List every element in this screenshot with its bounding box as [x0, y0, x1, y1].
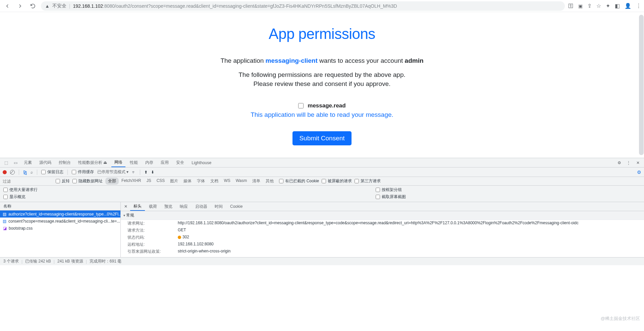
clear-button[interactable]	[10, 170, 15, 175]
pill-wasm[interactable]: Wasm	[233, 178, 250, 185]
detail-tab-payload[interactable]: 载荷	[146, 202, 160, 211]
password-key-icon[interactable]: ⚿	[568, 3, 574, 9]
request-row[interactable]: ◪ bootstrap.css	[0, 225, 120, 232]
filter-input[interactable]	[3, 179, 53, 184]
pill-fetch[interactable]: Fetch/XHR	[119, 178, 144, 185]
blocked-cookies-checkbox[interactable]: 有已拦截的 Cookie	[279, 178, 319, 184]
pill-img[interactable]: 图片	[167, 178, 181, 185]
record-button[interactable]	[3, 170, 7, 174]
inspect-icon[interactable]: ⬚	[2, 160, 10, 165]
detail-tab-response[interactable]: 响应	[176, 202, 191, 211]
tab-performance[interactable]: 性能	[127, 158, 141, 167]
kv-request-method: 请求方法:GET	[121, 227, 644, 234]
show-overview-checkbox[interactable]: 显示概览	[3, 194, 38, 200]
capture-screenshots-checkbox[interactable]: 截取屏幕截图	[376, 194, 406, 200]
group-by-frame-checkbox[interactable]: 按框架分组	[376, 187, 406, 193]
pill-media[interactable]: 媒体	[181, 178, 194, 185]
tab-console[interactable]: 控制台	[56, 158, 74, 167]
pill-other[interactable]: 其他	[263, 178, 276, 185]
status-finish: 完成用时：691 毫	[90, 258, 121, 264]
general-section[interactable]: 常规	[121, 211, 644, 220]
tab-memory[interactable]: 内存	[142, 158, 156, 167]
close-devtools-icon[interactable]: ✕	[634, 160, 642, 165]
tab-application[interactable]: 应用	[158, 158, 172, 167]
submit-consent-button[interactable]: Submit Consent	[292, 131, 351, 145]
status-request-count: 3 个请求	[3, 258, 19, 264]
status-resources: 241 kB 项资源	[57, 258, 83, 264]
status-dot-icon	[178, 236, 181, 239]
request-row[interactable]: ▤ consent?scope=message.read&client_id=m…	[0, 218, 120, 225]
page-title: App permissions	[164, 26, 480, 42]
translate-icon[interactable]: ▣	[578, 3, 583, 9]
consent-description: The following permissions are requested …	[164, 70, 480, 88]
network-settings-icon[interactable]: ⚙	[637, 170, 641, 175]
invert-checkbox[interactable]: 反转	[56, 178, 70, 184]
profile-avatar-icon[interactable]: 👤	[625, 3, 631, 9]
detail-tab-cookies[interactable]: Cookie	[227, 202, 246, 211]
detail-tab-headers[interactable]: 标头	[130, 202, 145, 211]
kv-request-url: 请求网址:http://192.168.1.102:8080/oauth2/au…	[121, 220, 644, 227]
type-filter-pills: 全部 Fetch/XHR JS CSS 图片 媒体 字体 文档 WS Wasm …	[105, 178, 276, 185]
insecure-icon: ▲	[45, 3, 50, 9]
share-icon[interactable]: ⇪	[587, 3, 592, 9]
reload-button[interactable]	[28, 1, 38, 11]
devtools-tabs: ⬚ ▭ 元素 源代码 控制台 性能数据分析 ⏏ 网络 性能 内存 应用 安全 L…	[0, 158, 644, 168]
tab-performance-insights[interactable]: 性能数据分析 ⏏	[75, 158, 110, 167]
detail-tab-initiator[interactable]: 启动器	[192, 202, 211, 211]
security-label: 不安全	[52, 3, 66, 9]
request-row[interactable]: ▤ authorize?client_id=messaging-client&r…	[0, 210, 120, 218]
network-conditions-icon[interactable]: ᯤ	[132, 170, 136, 175]
extensions-icon[interactable]: ✦	[606, 3, 610, 9]
preserve-log-checkbox[interactable]: 保留日志	[41, 169, 63, 175]
third-party-checkbox[interactable]: 第三方请求	[355, 178, 381, 184]
pill-manifest[interactable]: 清单	[250, 178, 263, 185]
detail-tab-timing[interactable]: 时间	[211, 202, 226, 211]
menu-dots-icon[interactable]: ⋮	[636, 3, 641, 9]
scope-description: This application will be able to read yo…	[164, 111, 480, 119]
export-har-icon[interactable]: ⬇	[151, 170, 154, 175]
back-button[interactable]	[3, 1, 12, 11]
kv-remote-address: 远程地址:192.168.1.102:8080	[121, 241, 644, 248]
client-name-link[interactable]: messaging-client	[266, 57, 318, 64]
page-scrollbar[interactable]	[639, 15, 644, 155]
stylesheet-icon: ◪	[3, 226, 7, 230]
kv-referrer-policy: 引荐来源网址政策:strict-origin-when-cross-origin	[121, 248, 644, 255]
throttle-select[interactable]: 已停用节流模式 ▾	[97, 169, 128, 175]
device-toggle-icon[interactable]: ▭	[11, 160, 19, 165]
status-transferred: 已传输 242 kB	[25, 258, 51, 264]
large-rows-checkbox[interactable]: 使用大量请求行	[3, 187, 38, 193]
tab-lighthouse[interactable]: Lighthouse	[189, 158, 214, 167]
import-har-icon[interactable]: ⬆	[144, 170, 148, 175]
url-text: 192.168.1.102:8080/oauth2/consent?scope=…	[73, 3, 397, 9]
pill-all[interactable]: 全部	[105, 178, 119, 185]
tab-elements[interactable]: 元素	[21, 158, 35, 167]
forward-button[interactable]	[15, 1, 25, 11]
sidepanel-icon[interactable]: ◧	[615, 3, 620, 9]
hide-data-urls-checkbox[interactable]: 隐藏数据网址	[72, 178, 103, 184]
pill-ws[interactable]: WS	[221, 178, 233, 185]
scope-checkbox[interactable]	[298, 103, 304, 108]
pill-js[interactable]: JS	[144, 178, 154, 185]
scope-label: message.read	[308, 102, 345, 109]
close-detail-icon[interactable]: ✕	[122, 204, 129, 209]
detail-tab-preview[interactable]: 预览	[161, 202, 176, 211]
tab-sources[interactable]: 源代码	[36, 158, 54, 167]
pill-css[interactable]: CSS	[154, 178, 168, 185]
requests-header[interactable]: 名称	[0, 202, 120, 210]
tab-network[interactable]: 网络	[111, 158, 125, 167]
disable-cache-checkbox[interactable]: 停用缓存	[72, 169, 94, 175]
address-bar[interactable]: ▲ 不安全 | 192.168.1.102:8080/oauth2/consen…	[41, 1, 565, 11]
filter-toggle-icon[interactable]: ⧎	[23, 170, 27, 175]
settings-gear-icon[interactable]: ⚙	[615, 160, 623, 165]
separator: |	[69, 3, 70, 9]
more-icon[interactable]: ⋮	[625, 160, 633, 165]
pill-font[interactable]: 字体	[194, 178, 208, 185]
devtools-status-bar: 3 个请求| 已传输 242 kB| 241 kB 项资源| 完成用时：691 …	[0, 257, 644, 265]
bookmark-star-icon[interactable]: ☆	[596, 3, 601, 9]
search-icon[interactable]: ⌕	[31, 170, 33, 175]
pill-doc[interactable]: 文档	[208, 178, 221, 185]
username: admin	[405, 57, 424, 64]
document-icon: ▤	[3, 212, 6, 216]
tab-security[interactable]: 安全	[173, 158, 187, 167]
blocked-requests-checkbox[interactable]: 被屏蔽的请求	[322, 178, 352, 184]
